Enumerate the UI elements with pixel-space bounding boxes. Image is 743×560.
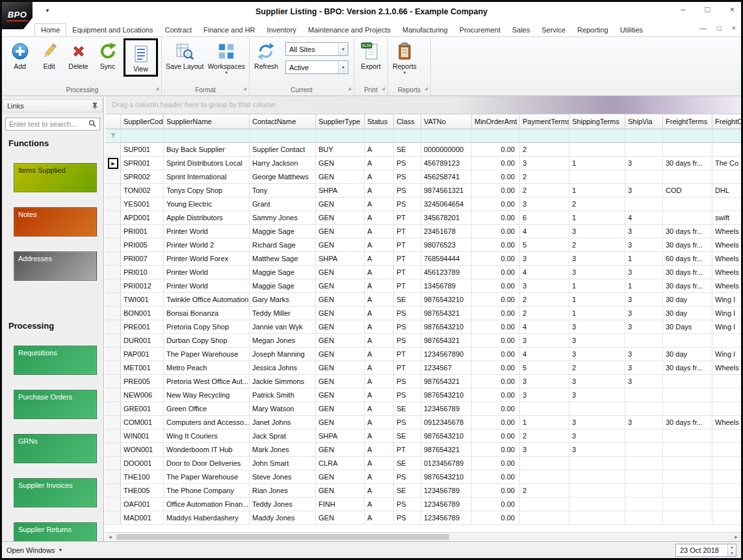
column-header-status[interactable]: Status [365,114,394,129]
tab-manufacturing[interactable]: Manufacturing [397,24,454,36]
maximize-button[interactable]: □ [705,5,710,14]
column-header-paymentterms[interactable]: PaymentTerms [520,114,569,129]
table-row[interactable]: PRI005Printer World 2Richard SageGENAPT9… [105,238,741,252]
filter-cell-shipvia[interactable] [625,129,663,143]
table-row[interactable]: BON001Bonsai BonanzaTeddy MillerGENAPS98… [105,307,741,320]
sidebar-button-items-supplied[interactable]: Items Supplied [14,163,97,192]
table-row[interactable]: TON002Tonys Copy ShopTonySHPAAPS98745613… [105,184,741,197]
minimize-button[interactable]: – [681,5,685,14]
table-row[interactable]: PRI007Printer World ForexMatthew SageSHP… [105,252,741,266]
table-row[interactable]: ▶SPR001Sprint Distributors LocalHarry Ja… [105,157,741,170]
close-button[interactable]: × [729,5,735,14]
table-row[interactable]: PRI001Printer WorldMaggie SageGENAPT2345… [105,225,741,238]
column-header-suppliertype[interactable]: SupplierType [316,114,365,129]
site-filter-dropdown[interactable]: All Sites ▼ [285,42,348,56]
filter-cell-suppliername[interactable] [164,129,250,143]
table-row[interactable]: COM001Computers and Accesso...Janet John… [105,416,741,429]
table-row[interactable]: THE100The Paper WarehouseSteve JonesGENA… [105,470,741,484]
view-button[interactable]: View [126,41,155,73]
mdi-close-icon[interactable]: × [732,24,736,32]
filter-cell-status[interactable] [365,129,394,143]
add-button[interactable]: Add [5,38,34,70]
table-row[interactable]: THE005The Phone CompanyRian JonesGENASE1… [105,484,741,498]
tab-service[interactable]: Service [536,24,571,36]
filter-cell-contactname[interactable] [250,129,316,143]
table-row[interactable]: DOO001Door to Door DeliveriesJohn SmartC… [105,457,741,470]
export-button[interactable]: XLSX Export [356,38,385,70]
workspaces-button[interactable]: Workspaces ▾ [205,38,247,75]
sidebar-button-addresses[interactable]: Addresses [14,251,97,281]
tab-contract[interactable]: Contract [159,24,198,36]
table-row[interactable]: WIN001Wing It CouriersJack SpratSHPAASE9… [105,429,741,443]
filter-cell-class[interactable] [394,129,421,143]
dialog-launcher-icon[interactable]: ◢ [243,84,246,94]
horizontal-scrollbar[interactable]: ◄ ► [105,532,741,541]
table-row[interactable]: TWI001Twinkle Office AutomationGary Mark… [105,293,741,307]
table-row[interactable]: PRI010Printer WorldMaggie SageGENAPT4561… [105,266,741,279]
tab-finance-and-hr[interactable]: Finance and HR [198,24,261,36]
tab-equipment-and-locations[interactable]: Equipment and Locations [66,24,159,36]
column-header-contactname[interactable]: ContactName [250,114,316,129]
sync-button[interactable]: Sync [93,38,122,70]
table-row[interactable]: PRE001Pretoria Copy ShopJannie van WykGE… [105,320,741,334]
delete-button[interactable]: Delete [64,38,93,70]
filter-cell-suppliertype[interactable] [316,129,365,143]
sidebar-button-supplier-invoices[interactable]: Supplier Invoices [14,478,97,507]
table-row[interactable]: DUR001Durban Copy ShopMegan JonesGENAPS9… [105,334,741,348]
tab-maintenance-and-projects[interactable]: Maintenance and Projects [302,24,397,36]
group-by-bar[interactable]: Drag a column header here to group by th… [105,96,741,114]
sidebar-button-supplier-returns[interactable]: Supplier Returns [14,522,97,541]
open-windows-button[interactable]: Open Windows ▼ [7,546,63,554]
table-row[interactable]: GRE001Green OfficeMary WatsonGENASE12345… [105,402,741,416]
mdi-minimize-icon[interactable]: — [699,24,707,32]
filter-cell-shippingterms[interactable] [569,129,625,143]
mdi-restore-icon[interactable]: □ [717,24,722,32]
tab-sales[interactable]: Sales [506,24,536,36]
column-header-class[interactable]: Class [394,114,421,129]
table-row[interactable]: NEW006New Way RecyclingPatrick SmithGENA… [105,388,741,402]
sidebar-button-purchase-orders[interactable]: Purchase Orders [14,390,97,419]
table-row[interactable]: SPR002Sprint InternationalGeorge Matthew… [105,170,741,184]
filter-cell-freightcarrier[interactable] [712,129,741,143]
status-filter-dropdown[interactable]: Active ▼ [285,60,348,74]
date-spinner[interactable]: ▲ ▼ [727,544,736,556]
table-row[interactable]: MET001Metro PeachJessica JohnsGENAPT1234… [105,361,741,375]
table-row[interactable]: YES001Young ElectricGrantGENAPS324506465… [105,197,741,211]
dialog-launcher-icon[interactable]: ◢ [382,84,385,94]
column-header-suppliername[interactable]: SupplierName [164,114,250,129]
filter-cell-freightterms[interactable] [663,129,712,143]
dialog-launcher-icon[interactable]: ◢ [155,84,159,94]
column-header-freightcarrier[interactable]: FreightCarrier [712,114,741,129]
column-header-shipvia[interactable]: ShipVia [625,114,663,129]
search-icon[interactable] [88,118,96,130]
table-row[interactable]: OAF001Office Automation Finan...Teddy Jo… [105,498,741,511]
reports-button[interactable]: Reports ▾ [390,38,419,75]
sidebar-button-notes[interactable]: Notes [14,207,97,236]
column-header-freightterms[interactable]: FreightTerms [663,114,712,129]
scroll-left-icon[interactable]: ◄ [105,535,115,539]
table-row[interactable]: PRE005Pretoria West Office Aut...Jackie … [105,375,741,388]
column-header-minorderamt[interactable]: MinOrderAmt [472,114,520,129]
save-layout-button[interactable]: Save Layout [164,38,205,70]
column-header-suppliercode[interactable]: SupplierCode [121,114,164,129]
tab-home[interactable]: Home [34,23,66,36]
pin-icon[interactable] [92,102,98,110]
column-header-shippingterms[interactable]: ShippingTerms [569,114,625,129]
tab-procurement[interactable]: Procurement [454,24,506,36]
filter-cell-minorderamt[interactable] [472,129,520,143]
filter-cell-paymentterms[interactable] [520,129,569,143]
tab-utilities[interactable]: Utilities [614,24,649,36]
filter-cell-vatno[interactable] [421,129,472,143]
tab-inventory[interactable]: Inventory [261,24,302,36]
column-header-vatno[interactable]: VATNo [421,114,472,129]
date-picker[interactable]: 23 Oct 2018 ▲ ▼ [675,544,736,557]
spinner-up-icon[interactable]: ▲ [728,544,736,550]
dialog-launcher-icon[interactable]: ◢ [424,84,428,94]
table-row[interactable]: PAP001The Paper WarehouseJoseph ManningG… [105,348,741,361]
scrollbar-thumb[interactable] [116,534,449,540]
table-row[interactable]: PRI0012Printer WorldMaggie SageGENAPT134… [105,279,741,293]
table-row[interactable]: WON001Wonderboom IT HubMark JonesGENAPT9… [105,443,741,457]
table-row[interactable]: SUP001Buy Back SupplierSupplier ContactB… [105,143,741,157]
table-row[interactable]: MAD001Maddys HaberdasheryMaddy JonesGENA… [105,511,741,525]
search-input[interactable] [9,120,88,128]
